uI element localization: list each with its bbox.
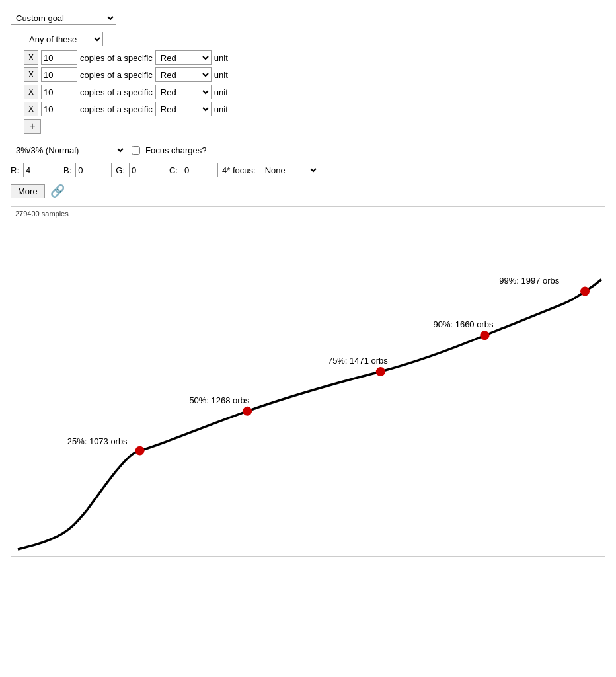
copies-label-0: copies of a specific [80,53,153,63]
g-input[interactable] [129,163,165,177]
dot-99pct [580,287,590,296]
custom-goal-row: Custom goal [11,11,605,32]
dot-75pct [376,367,385,376]
label-99pct: 99%: 1997 orbs [499,276,559,286]
c-input[interactable] [182,163,218,177]
dot-25pct [135,446,145,456]
color-select-1[interactable]: Red [155,67,212,82]
more-button[interactable]: More [11,184,45,198]
color-select-3[interactable]: Red [155,102,212,116]
add-unit-button[interactable]: + [24,119,41,134]
unit-label-2: unit [214,87,228,97]
label-25pct: 25%: 1073 orbs [67,436,128,446]
copies-input-2[interactable] [41,85,77,99]
chart-svg: 25%: 1073 orbs 50%: 1268 orbs 75%: 1471 … [11,207,605,556]
dot-50pct [243,407,252,416]
label-50pct: 50%: 1268 orbs [189,395,249,405]
remove-unit-0-button[interactable]: X [24,50,38,65]
b-label: B: [63,165,71,175]
focus-charges-label: Focus charges? [145,145,207,155]
copies-input-0[interactable] [41,50,77,65]
copies-input-3[interactable] [41,102,77,116]
b-input[interactable] [75,163,112,177]
copies-label-3: copies of a specific [80,104,153,114]
copies-label-2: copies of a specific [80,87,153,97]
link-icon[interactable]: 🔗 [50,184,65,198]
unit-row-0: X copies of a specific Red unit [24,50,605,65]
remove-unit-3-button[interactable]: X [24,102,38,116]
color-select-2[interactable]: Red [155,85,212,99]
unit-row-3: X copies of a specific Red unit [24,102,605,116]
c-label: C: [169,165,178,175]
label-75pct: 75%: 1471 orbs [328,356,388,366]
remove-unit-1-button[interactable]: X [24,67,38,82]
r-label: R: [11,165,19,175]
chart-curve [18,280,601,549]
four-star-focus-select[interactable]: None [260,163,319,177]
unit-label-3: unit [214,104,228,114]
unit-row-1: X copies of a specific Red unit [24,67,605,82]
dot-90pct [480,331,489,340]
any-of-these-select[interactable]: Any of these [24,32,103,46]
unit-row-2: X copies of a specific Red unit [24,85,605,99]
label-90pct: 90%: 1660 orbs [434,319,494,329]
remove-unit-2-button[interactable]: X [24,85,38,99]
custom-goal-select[interactable]: Custom goal [11,11,116,25]
unit-label-1: unit [214,70,228,80]
unit-label-0: unit [214,53,228,63]
params-row: R: B: G: C: 4* focus: None [11,163,605,177]
focus-charges-checkbox[interactable] [132,146,140,155]
more-row: More 🔗 [11,184,605,198]
settings-row: 3%/3% (Normal) Focus charges? [11,143,605,157]
copies-label-1: copies of a specific [80,70,153,80]
four-star-focus-label: 4* focus: [222,165,256,175]
top-section: Custom goal Any of these X copies of a s… [11,11,605,134]
unit-rows: X copies of a specific Red unit X copies… [11,50,605,116]
g-label: G: [116,165,125,175]
chart-container: 279400 samples 25%: 1073 orbs 50%: 1268 … [11,206,605,557]
any-of-these-row: Any of these [24,32,605,46]
copies-input-1[interactable] [41,67,77,82]
color-select-0[interactable]: Red [155,50,212,65]
r-input[interactable] [23,163,59,177]
rate-select[interactable]: 3%/3% (Normal) [11,143,126,157]
